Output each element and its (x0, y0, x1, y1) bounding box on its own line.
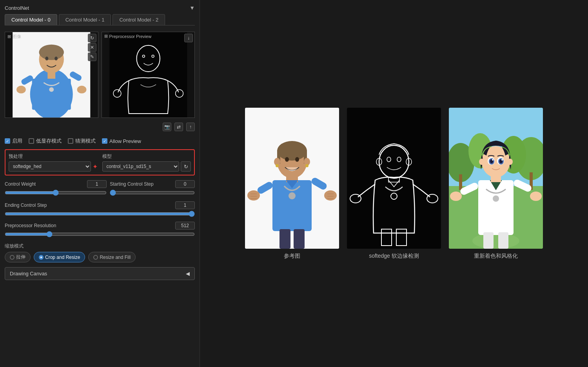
preprocessor-group: 预处理 softedge_hed canny depth none ✦ (9, 153, 98, 172)
guess-mode-checkbox-item[interactable]: 猜测模式 (68, 137, 96, 145)
low-vram-checkbox-item[interactable]: 低显存模式 (29, 137, 62, 145)
starting-step-value: 0 (175, 180, 195, 188)
tab-model-0[interactable]: Control Model - 0 (5, 14, 57, 25)
preview-image-box: ⊞ Preprocessor Preview ↓ (102, 32, 195, 118)
edit-source-btn[interactable]: ✎ (88, 52, 96, 61)
crop-resize-label: Crop and Resize (45, 255, 80, 260)
svg-point-84 (530, 192, 542, 201)
preproc-resolution-label: Preprocessor Resolution (5, 223, 56, 228)
svg-point-27 (285, 157, 289, 162)
scale-stretch-option[interactable]: 拉伸 (5, 252, 31, 262)
result-item-1: softedge 软边缘检测 (347, 108, 441, 260)
low-vram-label: 低显存模式 (36, 137, 62, 145)
options-row: ✓ 启用 低显存模式 猜测模式 ✓ Allow Preview (5, 136, 195, 146)
control-weight-value: 1 (87, 180, 107, 188)
svg-rect-86 (498, 232, 508, 249)
refresh-source-btn[interactable]: ↻ (88, 34, 96, 42)
svg-point-28 (295, 157, 299, 162)
result-item-0: 参考图 (245, 108, 339, 260)
low-vram-check-icon (29, 138, 34, 144)
svg-point-66 (472, 233, 519, 249)
svg-point-37 (324, 190, 337, 201)
svg-point-76 (492, 159, 494, 161)
control-weight-col: Control Weight 1 (5, 180, 107, 196)
guess-mode-label: 猜测模式 (75, 137, 96, 145)
allow-preview-checkbox-item[interactable]: ✓ Allow Preview (102, 138, 141, 144)
resize-fill-label: Resize and Fill (100, 255, 131, 260)
image-preview-row: ⊞ 图像 ↻ ✕ ✎ (5, 32, 195, 118)
svg-rect-45 (294, 229, 305, 249)
scale-crop-resize-option[interactable]: Crop and Resize (34, 252, 85, 262)
enable-checkbox-item[interactable]: ✓ 启用 (5, 137, 22, 145)
camera-btn[interactable]: 📷 (163, 123, 171, 131)
source-image-actions: ↻ ✕ ✎ (88, 34, 96, 61)
svg-point-4 (45, 56, 48, 60)
scale-mode-section: 缩放模式 拉伸 Crop and Resize Resize and Fill (5, 241, 195, 264)
tab-model-1[interactable]: Control Model - 1 (59, 14, 111, 25)
source-image-box[interactable]: ⊞ 图像 ↻ ✕ ✎ (5, 32, 98, 118)
model-select-row: control_v11p_sd15_s control_v11f1p_sd15_… (102, 161, 191, 172)
crop-resize-radio-dot (39, 255, 44, 260)
model-refresh-btn[interactable]: ↻ (181, 161, 191, 172)
tab-model-2[interactable]: Control Model - 2 (113, 14, 165, 25)
preprocessor-label: 预处理 (9, 153, 98, 160)
svg-point-3 (39, 45, 64, 60)
download-preview-btn[interactable]: ↓ (184, 34, 193, 42)
enable-check-icon: ✓ (5, 138, 10, 144)
model-group: 模型 control_v11p_sd15_s control_v11f1p_sd… (102, 153, 191, 172)
source-image-label: ⊞ 图像 (7, 34, 21, 40)
scale-resize-fill-option[interactable]: Resize and Fill (88, 252, 136, 262)
preview-image-label: ⊞ Preprocessor Preview (104, 34, 152, 39)
svg-point-79 (507, 159, 513, 165)
svg-rect-61 (459, 174, 462, 190)
results-panel: 参考图 (200, 0, 588, 367)
results-row: 参考图 (245, 108, 543, 260)
preproc-resolution-slider[interactable] (5, 231, 195, 237)
panel-title: ControlNet (5, 5, 29, 11)
drawing-canvas-arrow: ◀ (186, 271, 190, 277)
panel-header: ControlNet ▼ (5, 5, 195, 11)
model-select[interactable]: control_v11p_sd15_s control_v11f1p_sd15_… (102, 161, 180, 172)
control-weight-label: Control Weight (5, 181, 36, 187)
nurse-photo-svg (5, 32, 98, 118)
preprocessor-select[interactable]: softedge_hed canny depth none (9, 161, 91, 172)
svg-point-33 (289, 192, 296, 199)
result-caption-0: 参考图 (284, 253, 300, 260)
star-icon: ✦ (93, 163, 98, 170)
result-item-2: 重新着色和风格化 (449, 108, 543, 260)
svg-rect-13 (109, 32, 187, 118)
svg-point-32 (305, 164, 309, 167)
ending-step-slider[interactable] (5, 211, 195, 217)
result-caption-1: softedge 软边缘检测 (369, 253, 419, 260)
ending-step-section: Ending Control Step 1 (5, 201, 195, 218)
result-image-2 (449, 108, 543, 249)
upload-btn[interactable]: ↑ (186, 123, 195, 131)
svg-point-36 (247, 190, 260, 201)
preproc-resolution-section: Preprocessor Resolution 512 (5, 221, 195, 238)
action-buttons-row: 📷 ⇄ ↑ (5, 121, 195, 133)
result-caption-2: 重新着色和风格化 (474, 253, 518, 260)
starting-step-slider[interactable] (110, 190, 195, 196)
collapse-arrow-icon[interactable]: ▼ (189, 5, 195, 11)
svg-point-24 (277, 141, 307, 161)
model-tabs: Control Model - 0 Control Model - 1 Cont… (5, 14, 195, 25)
stretch-label: 拉伸 (16, 254, 25, 260)
swap-btn[interactable]: ⇄ (174, 123, 183, 131)
svg-rect-85 (483, 232, 494, 249)
ending-step-value: 1 (175, 201, 195, 209)
svg-rect-7 (32, 79, 71, 110)
drawing-canvas-label: Drawing Canvas (10, 271, 47, 277)
scale-mode-label: 缩放模式 (5, 243, 195, 249)
allow-preview-check-icon: ✓ (102, 138, 107, 144)
svg-point-77 (501, 159, 503, 161)
weight-start-row: Control Weight 1 Starting Control Step 0 (5, 179, 195, 197)
svg-point-80 (493, 195, 499, 202)
drawing-canvas-row[interactable]: Drawing Canvas ◀ (5, 267, 195, 280)
preproc-resolution-value: 512 (175, 222, 195, 230)
svg-point-12 (77, 86, 87, 94)
enable-label: 启用 (12, 137, 22, 145)
result-image-1 (347, 108, 441, 249)
control-weight-slider[interactable] (5, 190, 107, 196)
svg-point-10 (49, 87, 54, 92)
close-source-btn[interactable]: ✕ (88, 43, 96, 52)
